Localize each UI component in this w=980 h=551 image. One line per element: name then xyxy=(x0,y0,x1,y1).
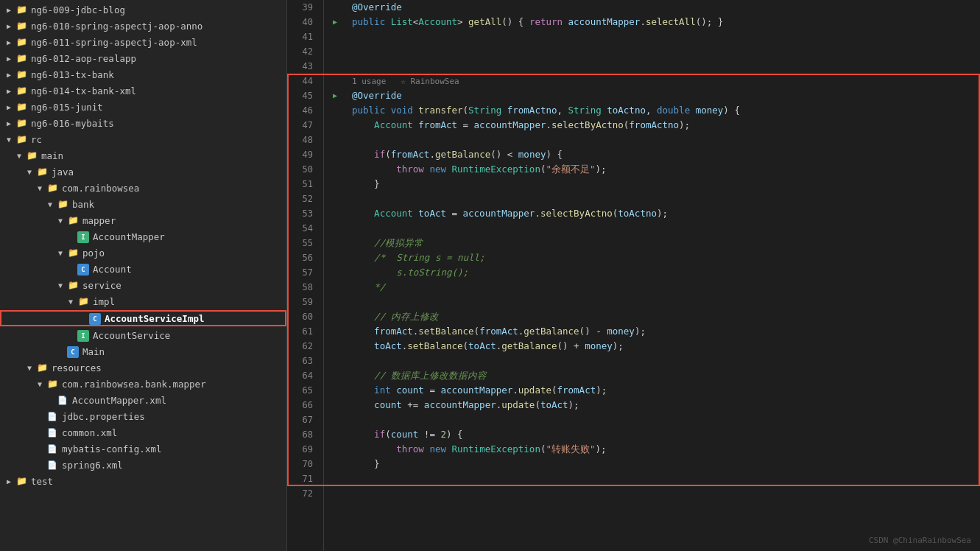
gutter-line-65 xyxy=(324,383,346,398)
sidebar-item-pojo[interactable]: ▼📁pojo xyxy=(0,245,286,261)
sidebar-item-java[interactable]: ▼📁java xyxy=(0,164,286,180)
line-number-62: 62 xyxy=(290,339,317,354)
gutter-line-54 xyxy=(324,221,346,236)
tree-arrow-rc: ▼ xyxy=(3,136,15,144)
sidebar-item-ng6-014[interactable]: ▶📁ng6-014-tx-bank-xml xyxy=(0,83,286,99)
line-number-55: 55 xyxy=(290,236,317,250)
sidebar-item-Account[interactable]: CAccount xyxy=(0,261,286,277)
sidebar-item-ng6-013[interactable]: ▶📁ng6-013-tx-bank xyxy=(0,66,286,83)
sidebar-item-label: ng6-010-spring-aspectj-aop-anno xyxy=(31,21,202,32)
class-icon: C xyxy=(77,263,90,276)
sidebar-item-mapper[interactable]: ▼📁mapper xyxy=(0,212,286,228)
sidebar-item-label: impl xyxy=(93,296,115,307)
properties-file-icon: 📄 xyxy=(46,412,59,421)
sidebar-item-resources[interactable]: ▼📁resources xyxy=(0,359,286,376)
sidebar-item-label: main xyxy=(41,150,63,161)
tree-arrow-service: ▼ xyxy=(54,281,66,289)
sidebar-item-impl[interactable]: ▼📁impl xyxy=(0,293,286,309)
gutter-line-49 xyxy=(324,147,346,162)
gutter-line-67 xyxy=(324,413,346,427)
sidebar-item-ng6-010[interactable]: ▶📁ng6-010-spring-aspectj-aop-anno xyxy=(0,18,286,34)
code-line-69: throw new RuntimeException("转账失败"); xyxy=(352,442,980,457)
tree-arrow-ng6-010: ▶ xyxy=(3,22,15,30)
folder-icon: 📁 xyxy=(15,134,28,144)
sidebar-item-label: rc xyxy=(31,134,42,145)
tree-arrow-com.rainbowsea: ▼ xyxy=(34,184,46,192)
folder-icon: 📁 xyxy=(15,4,28,15)
sidebar-item-label: bank xyxy=(72,199,94,210)
line-number-63: 63 xyxy=(290,354,317,368)
tree-arrow-bank: ▼ xyxy=(44,200,56,208)
gutter-line-50 xyxy=(324,162,346,177)
sidebar-item-rc[interactable]: ▼📁rc xyxy=(0,131,286,147)
folder-icon: 📁 xyxy=(56,199,69,209)
sidebar-item-ng6-015[interactable]: ▶📁ng6-015-junit xyxy=(0,99,286,115)
line-number-53: 53 xyxy=(290,206,317,221)
sidebar-item-AccountServiceImpl[interactable]: CAccountServiceImpl xyxy=(0,310,286,326)
sidebar-item-Main[interactable]: CMain xyxy=(0,343,286,359)
sidebar-item-com.rainbowsea.bank.mapper[interactable]: ▼📁com.rainbowsea.bank.mapper xyxy=(0,376,286,392)
line-number-39: 39 xyxy=(290,0,317,15)
code-editor[interactable]: 3940414243444546474849505152535455565758… xyxy=(287,0,980,551)
tree-arrow-mapper: ▼ xyxy=(54,217,66,225)
file-tree[interactable]: ▶📁ng6-009-jdbc-blog▶📁ng6-010-spring-aspe… xyxy=(0,0,287,551)
xml-file-icon: 📄 xyxy=(56,396,69,405)
tree-arrow-ng6-009: ▶ xyxy=(3,6,15,14)
sidebar-item-main[interactable]: ▼📁main xyxy=(0,147,286,164)
folder-icon: 📁 xyxy=(15,102,28,112)
sidebar-item-ng6-009[interactable]: ▶📁ng6-009-jdbc-blog xyxy=(0,1,286,18)
sidebar-item-jdbc.properties[interactable]: 📄jdbc.properties xyxy=(0,408,286,424)
tree-arrow-pojo: ▼ xyxy=(54,249,66,257)
sidebar-item-service[interactable]: ▼📁service xyxy=(0,277,286,293)
sidebar-item-common.xml[interactable]: 📄common.xml xyxy=(0,424,286,441)
interface-icon: I xyxy=(77,329,90,342)
sidebar-item-test[interactable]: ▶📁test xyxy=(0,473,286,489)
line-number-42: 42 xyxy=(290,44,317,59)
gutter-line-41 xyxy=(324,29,346,44)
sidebar-item-ng6-011[interactable]: ▶📁ng6-011-spring-aspectj-aop-xml xyxy=(0,34,286,50)
sidebar-item-AccountMapper[interactable]: IAccountMapper xyxy=(0,228,286,245)
sidebar-item-AccountMapper.xml[interactable]: 📄AccountMapper.xml xyxy=(0,392,286,408)
sidebar-item-com.rainbowsea[interactable]: ▼📁com.rainbowsea xyxy=(0,180,286,196)
line-number-48: 48 xyxy=(290,133,317,147)
gutter-line-66 xyxy=(324,398,346,413)
class-icon: C xyxy=(66,345,80,358)
sidebar-item-label: jdbc.properties xyxy=(62,411,145,422)
line-number-54: 54 xyxy=(290,221,317,236)
code-line-65: int count = accountMapper.update(fromAct… xyxy=(352,383,980,398)
gutter-line-57 xyxy=(324,265,346,280)
sidebar-item-mybatis-config.xml[interactable]: 📄mybatis-config.xml xyxy=(0,441,286,457)
code-line-62: toAct.setBalance(toAct.getBalance() + mo… xyxy=(352,339,980,354)
line-number-52: 52 xyxy=(290,192,317,206)
gutter-line-70 xyxy=(324,457,346,471)
code-line-53: Account toAct = accountMapper.selectByAc… xyxy=(352,206,980,221)
gutter-line-61 xyxy=(324,324,346,339)
sidebar-item-ng6-016[interactable]: ▶📁ng6-016-mybaits xyxy=(0,115,286,131)
gutter-line-46 xyxy=(324,103,346,118)
sidebar-item-bank[interactable]: ▼📁bank xyxy=(0,196,286,212)
sidebar-item-ng6-012[interactable]: ▶📁ng6-012-aop-realapp xyxy=(0,50,286,66)
gutter-line-43 xyxy=(324,59,346,74)
line-number-61: 61 xyxy=(290,324,317,339)
run-indicator[interactable]: ▶ xyxy=(333,15,337,29)
folder-icon: 📁 xyxy=(15,85,28,96)
tree-arrow-ng6-011: ▶ xyxy=(3,38,15,46)
sidebar-item-label: ng6-011-spring-aspectj-aop-xml xyxy=(31,37,197,48)
tree-arrow-ng6-015: ▶ xyxy=(3,103,15,111)
interface-icon: I xyxy=(77,231,90,243)
code-line-55: //模拟异常 xyxy=(352,236,980,250)
line-number-68: 68 xyxy=(290,427,317,442)
sidebar-item-AccountService[interactable]: IAccountService xyxy=(0,327,286,343)
code-line-59 xyxy=(352,295,980,309)
folder-icon: 📁 xyxy=(25,150,38,161)
code-line-47: Account fromAct = accountMapper.selectBy… xyxy=(352,118,980,133)
sidebar-item-label: common.xml xyxy=(62,427,117,438)
sidebar-item-spring6.xml[interactable]: 📄spring6.xml xyxy=(0,457,286,473)
sidebar-item-label: ng6-015-junit xyxy=(31,102,103,113)
code-line-72 xyxy=(352,486,980,501)
tree-arrow-test: ▶ xyxy=(3,477,15,485)
code-line-68: if(count != 2) { xyxy=(352,427,980,442)
run-indicator[interactable]: ▶ xyxy=(333,88,337,103)
sidebar-item-label: test xyxy=(31,476,53,487)
gutter-line-62 xyxy=(324,339,346,354)
